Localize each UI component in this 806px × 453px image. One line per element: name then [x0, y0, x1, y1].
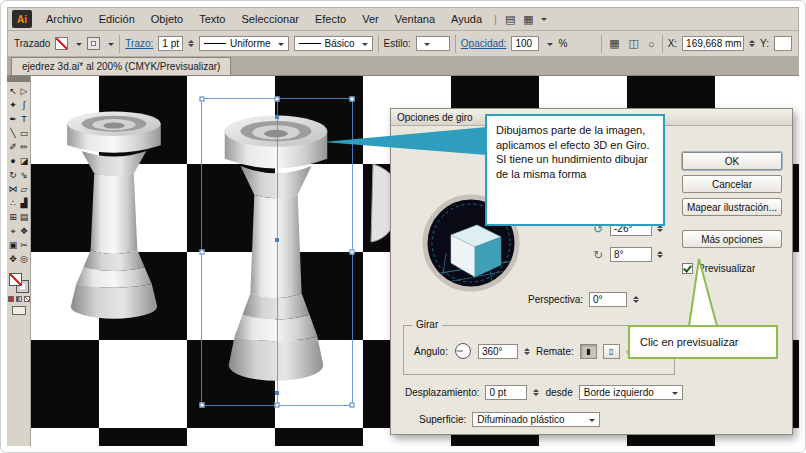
menu-item-seleccionar[interactable]: Seleccionar [233, 8, 306, 30]
graph-tool[interactable]: ▟ [19, 197, 30, 209]
x-stepper[interactable] [749, 36, 755, 51]
spinner-down-icon[interactable] [633, 300, 639, 306]
offset-field[interactable]: 0 pt [485, 385, 527, 400]
spinner-down-icon[interactable] [188, 44, 194, 50]
spinner-down-icon[interactable] [533, 393, 539, 399]
menu-item-objeto[interactable]: Objeto [143, 8, 191, 30]
stroke-profile-dropdown[interactable]: Uniforme [199, 36, 289, 51]
y-coordinate-field[interactable] [774, 36, 792, 51]
cancel-button[interactable]: Cancelar [682, 175, 782, 193]
spinner-down-icon[interactable] [657, 255, 663, 261]
spinner-down-icon[interactable] [749, 44, 755, 50]
paintbrush-tool[interactable]: ✐ [8, 141, 19, 153]
selection-handle[interactable] [275, 97, 280, 102]
type-tool[interactable]: T [19, 113, 30, 125]
chevron-down-icon[interactable] [541, 18, 547, 24]
anchor-point[interactable] [275, 238, 279, 242]
ok-button[interactable]: OK [682, 152, 782, 170]
anchor-point[interactable] [275, 391, 279, 395]
pencil-tool[interactable]: ✏ [19, 141, 30, 153]
menu-item-ayuda[interactable]: Ayuda [443, 8, 490, 30]
screen-mode-button[interactable] [12, 306, 26, 315]
chess-rook-left[interactable] [51, 104, 177, 329]
scale-tool[interactable]: ⇘ [19, 169, 30, 181]
opacity-link[interactable]: Opacidad: [461, 38, 507, 49]
spinner-up-icon[interactable] [749, 37, 755, 43]
slice-tool[interactable]: ✂ [19, 239, 30, 251]
fill-swatch[interactable] [9, 273, 22, 286]
blend-tool[interactable]: ❖ [19, 225, 30, 237]
more-options-button[interactable]: Más opciones [682, 230, 782, 248]
brush-dropdown[interactable]: Básico [294, 36, 373, 51]
anchor-point[interactable] [275, 115, 279, 119]
spinner-up-icon[interactable] [533, 386, 539, 392]
rotate-tool[interactable]: ↻ [8, 169, 19, 181]
selection-handle[interactable] [200, 250, 205, 255]
spinner-down-icon[interactable] [524, 352, 530, 358]
zoom-tool[interactable]: ◎ [19, 253, 30, 265]
spinner-up-icon[interactable] [633, 293, 639, 299]
selection-handle[interactable] [200, 403, 205, 408]
stroke-color-swatch[interactable] [87, 37, 100, 50]
perspective-stepper[interactable] [633, 292, 639, 307]
spinner-up-icon[interactable] [524, 345, 530, 351]
free-transform-tool[interactable]: ▱ [19, 183, 30, 195]
angle-dial-icon[interactable] [454, 342, 472, 360]
offset-from-dropdown[interactable]: Borde izquierdo [579, 385, 683, 400]
perspective-field[interactable]: 0° [589, 292, 627, 307]
spinner-up-icon[interactable] [657, 248, 663, 254]
magic-wand-tool[interactable]: ✦ [8, 99, 19, 111]
reset-icon[interactable]: ○ [646, 38, 657, 50]
eraser-tool[interactable]: ◪ [19, 155, 30, 167]
width-tool[interactable]: ⋈ [8, 183, 19, 195]
selection-tool[interactable]: ↖ [8, 85, 19, 97]
selection-handle[interactable] [350, 403, 355, 408]
angle-field[interactable]: 360° [478, 344, 518, 359]
preferences-icon[interactable]: ◫ [627, 37, 641, 50]
tools-panel-header[interactable] [7, 76, 30, 82]
eyedropper-tool[interactable]: ⌖ [8, 225, 19, 237]
cap-hollow-button[interactable]: ▯ [603, 344, 620, 359]
color-mode-button[interactable] [8, 296, 14, 302]
style-dropdown[interactable] [416, 36, 450, 51]
document-tab[interactable]: ejedrez 3d.ai* al 200% (CMYK/Previsualiz… [11, 57, 231, 75]
rotate-y-field[interactable]: 8° [610, 247, 652, 262]
mesh-tool[interactable]: ⊞ [8, 211, 19, 223]
stroke-weight-stepper[interactable] [188, 36, 194, 51]
map-art-button[interactable]: Mapear ilustración... [682, 198, 782, 216]
bridge-icon[interactable]: ▤ [501, 13, 519, 26]
menu-item-ver[interactable]: Ver [354, 8, 387, 30]
spinner-up-icon[interactable] [188, 37, 194, 43]
x-coordinate-field[interactable]: 169,668 mm [682, 36, 744, 51]
stroke-dropdown-icon[interactable] [108, 43, 114, 49]
cap-solid-button[interactable]: ▮ [580, 344, 597, 359]
rectangle-tool[interactable]: ▭ [19, 127, 30, 139]
gradient-tool[interactable]: ▤ [19, 211, 30, 223]
selection-handle[interactable] [200, 97, 205, 102]
menu-item-texto[interactable]: Texto [191, 8, 233, 30]
menu-item-archivo[interactable]: Archivo [38, 8, 91, 30]
selection-handle[interactable] [350, 97, 355, 102]
none-mode-button[interactable] [24, 296, 30, 302]
blob-brush-tool[interactable]: ● [8, 155, 19, 167]
rotate-y-stepper[interactable] [657, 247, 663, 262]
pen-tool[interactable]: ✒ [8, 113, 19, 125]
gradient-mode-button[interactable] [16, 296, 22, 302]
angle-stepper[interactable] [524, 344, 530, 359]
lasso-tool[interactable]: ʃ [19, 99, 30, 111]
workspace-icon[interactable]: ▦ [519, 13, 537, 26]
fill-dropdown-icon[interactable] [76, 43, 82, 49]
document-setup-icon[interactable]: ▦ [607, 37, 621, 50]
spinner-down-icon[interactable] [657, 229, 663, 235]
artboard-tool[interactable]: ▣ [8, 239, 19, 251]
surface-dropdown[interactable]: Difuminado plástico [472, 412, 600, 427]
offset-stepper[interactable] [533, 385, 539, 400]
selection-handle[interactable] [350, 250, 355, 255]
line-tool[interactable]: ╲ [8, 127, 19, 139]
menu-item-edicion[interactable]: Edición [91, 8, 143, 30]
stroke-weight-field[interactable]: 1 pt [158, 36, 183, 51]
stroke-weight-link[interactable]: Trazo: [125, 38, 153, 49]
fill-color-swatch[interactable] [55, 37, 68, 50]
menu-item-efecto[interactable]: Efecto [307, 8, 354, 30]
selection-handle[interactable] [275, 403, 280, 408]
